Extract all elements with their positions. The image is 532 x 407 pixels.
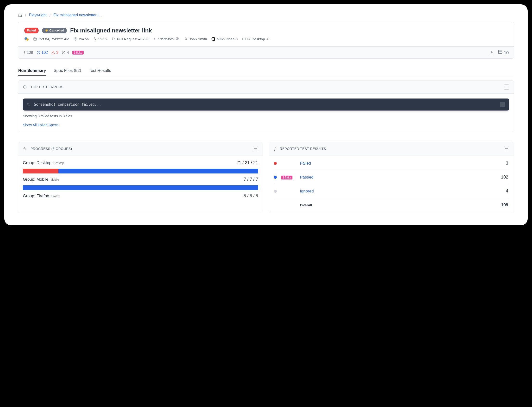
check-circle-icon [37, 51, 40, 55]
result-row-ignored: Ignored 4 [274, 184, 509, 198]
target-icon [23, 85, 27, 89]
svg-point-2 [112, 38, 113, 39]
meta-duration: 2m 5s [74, 37, 89, 41]
svg-rect-12 [498, 50, 502, 52]
flaky-badge[interactable]: 1 flaky [72, 51, 84, 55]
tab-spec-files[interactable]: Spec Files (52) [53, 66, 81, 76]
panel-title: REPORTED TEST RESULTS [280, 147, 326, 151]
breadcrumb-current[interactable]: Fix misaligned newsletter l... [53, 13, 102, 17]
svg-rect-13 [498, 52, 502, 54]
download-icon[interactable] [489, 50, 494, 55]
svg-point-8 [185, 38, 186, 39]
status-badge-cancelled: ⚡ Cancelled [42, 28, 67, 33]
panel-title: TOP TEST ERRORS [31, 85, 63, 89]
status-dot [274, 162, 277, 165]
svg-rect-9 [243, 38, 245, 40]
panel-top-errors: TOP TEST ERRORS Screenshot comparison fa… [18, 80, 514, 132]
activity-icon [93, 37, 97, 41]
error-subtext: Showing 3 failed tests in 3 files [23, 114, 509, 118]
git-merge-icon [112, 37, 116, 41]
progress-group: Group: Mobile Mobile 7 / 7 / 7 7 [23, 173, 258, 190]
progress-group: Group: Firefox Firefox 5 / 5 / 5 [23, 190, 258, 198]
result-ignored-link[interactable]: Ignored [300, 189, 314, 194]
calendar-icon [33, 37, 37, 41]
tab-test-results[interactable]: Test Results [88, 66, 112, 76]
progress-group: Group: Desktop Desktop 21 / 21 / 21 3 18 [23, 157, 258, 173]
expand-error-button[interactable] [500, 102, 505, 107]
meta-tag[interactable]: BI Desktop +5 [242, 37, 270, 41]
panel-results: ƒ REPORTED TEST RESULTS Failed 3 1 flaky… [269, 142, 514, 213]
git-commit-icon [153, 37, 157, 41]
status-badge-failed: Failed [24, 28, 39, 33]
flaky-badge[interactable]: 1 flaky [281, 176, 292, 180]
copy-icon[interactable] [176, 37, 180, 41]
breadcrumb-sep: / [49, 13, 50, 17]
error-item[interactable]: Screenshot comparison failed... [23, 99, 509, 110]
result-failed-link[interactable]: Failed [300, 161, 311, 166]
svg-rect-0 [34, 38, 37, 40]
bolt-icon: ⚡ [45, 28, 48, 33]
playwright-icon: 🎭 [24, 37, 29, 41]
panel-progress: PROGRESS (6 GROUPS) Group: Desktop Deskt… [18, 142, 263, 213]
svg-point-3 [112, 40, 113, 40]
progress-bar: 7 [23, 185, 258, 190]
meta-commit[interactable]: 135350e5 [153, 37, 180, 41]
meta-specs: 52/52 [93, 37, 107, 41]
error-message: Screenshot comparison failed... [34, 102, 101, 107]
status-dot [274, 176, 277, 179]
tab-run-summary[interactable]: Run Summary [18, 66, 46, 76]
count-passed[interactable]: 102 [37, 50, 48, 55]
collapse-button[interactable] [504, 84, 509, 90]
clock-icon [74, 37, 77, 41]
run-header-card: Failed ⚡ Cancelled Fix misaligned newsle… [18, 22, 514, 59]
skip-circle-icon [62, 51, 66, 55]
breadcrumb: / Playwright / Fix misaligned newsletter… [18, 13, 514, 17]
meta-pr[interactable]: Pull Request #8758 [112, 37, 149, 41]
meta-author[interactable]: John Smith [184, 37, 207, 41]
result-row-failed: Failed 3 [274, 157, 509, 170]
collapse-button[interactable] [504, 146, 509, 151]
svg-point-10 [37, 51, 40, 54]
user-icon [184, 37, 188, 41]
chevron-right-icon [501, 103, 504, 106]
home-icon[interactable] [18, 13, 22, 17]
progress-bar: 3 18 [23, 169, 258, 173]
breadcrumb-project[interactable]: Playwright [29, 13, 47, 17]
tag-icon [242, 37, 246, 41]
page-title: Fix misaligned newsletter link [70, 27, 152, 34]
server-icon [498, 49, 503, 54]
count-failed[interactable]: 3 [51, 50, 58, 55]
panel-title: PROGRESS (6 GROUPS) [31, 147, 72, 151]
function-icon: ƒ [274, 147, 276, 151]
tabs: Run Summary Spec Files (52) Test Results [18, 66, 514, 76]
machines-count[interactable]: 10 [498, 49, 509, 55]
github-icon [211, 37, 215, 41]
count-total[interactable]: ƒ109 [23, 50, 33, 55]
result-row-overall: Overall 109 [274, 198, 509, 212]
collapse-button[interactable] [253, 146, 258, 151]
copy-icon[interactable] [27, 102, 31, 106]
activity-icon [23, 147, 27, 151]
alert-triangle-icon [51, 51, 55, 55]
show-all-failed-link[interactable]: Show All Failed Specs [23, 123, 58, 127]
result-overall-label: Overall [300, 203, 312, 207]
count-skipped[interactable]: 4 [62, 50, 69, 55]
meta-build[interactable]: build-3fdaa-3 [211, 37, 238, 41]
breadcrumb-sep: / [25, 13, 26, 17]
status-dot [274, 190, 277, 193]
result-passed-link[interactable]: Passed [300, 175, 313, 180]
svg-point-5 [154, 39, 155, 39]
meta-date: Oct 04, 7:43:22 AM [33, 37, 69, 41]
result-row-passed: 1 flaky Passed 102 [274, 170, 509, 184]
